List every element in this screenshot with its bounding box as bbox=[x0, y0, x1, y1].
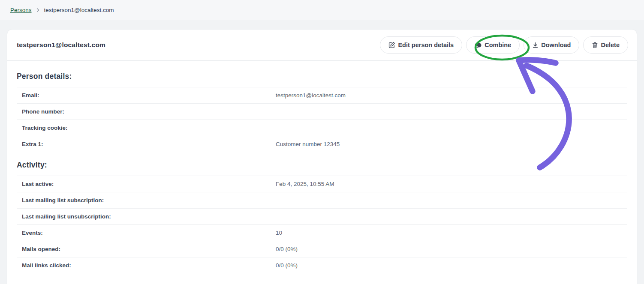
detail-row-label: Events: bbox=[22, 230, 276, 236]
detail-row-value: 0/0 (0%) bbox=[276, 246, 298, 252]
detail-row: Events: 10 bbox=[17, 224, 627, 241]
detail-row: Extra 1: Customer number 12345 bbox=[17, 136, 627, 152]
detail-row: Mails opened: 0/0 (0%) bbox=[17, 241, 627, 257]
delete-icon bbox=[592, 42, 598, 48]
detail-row-label: Extra 1: bbox=[22, 141, 276, 147]
detail-row-value: Customer number 12345 bbox=[276, 141, 340, 147]
detail-row-label: Tracking cookie: bbox=[22, 125, 276, 131]
breadcrumb-current: testperson1@localtest.com bbox=[44, 7, 114, 13]
detail-row: Last mailing list subscription: bbox=[17, 192, 627, 208]
button-label: Edit person details bbox=[398, 42, 454, 48]
detail-row-label: Mail links clicked: bbox=[22, 262, 276, 269]
chevron-right-icon bbox=[36, 8, 40, 12]
detail-row-label: Mails opened: bbox=[22, 246, 276, 252]
section-heading: Activity: bbox=[17, 161, 627, 170]
detail-row: Last active: Feb 4, 2025, 10:55 AM bbox=[17, 176, 627, 192]
combine-icon bbox=[475, 42, 482, 49]
detail-row-label: Phone number: bbox=[22, 108, 276, 115]
detail-row-value: testperson1@localtest.com bbox=[276, 92, 346, 99]
edit-person-details-button[interactable]: Edit person details bbox=[380, 36, 462, 54]
download-button[interactable]: Download bbox=[524, 36, 579, 54]
section-rows: Email: testperson1@localtest.com Phone n… bbox=[17, 87, 627, 152]
person-card-body: Person details: Email: testperson1@local… bbox=[7, 61, 637, 273]
detail-row-label: Email: bbox=[22, 92, 276, 99]
card-section: Activity: Last active: Feb 4, 2025, 10:5… bbox=[17, 161, 627, 273]
delete-button[interactable]: Delete bbox=[583, 36, 628, 54]
person-card-header: testperson1@localtest.com Edit person de… bbox=[7, 30, 637, 61]
detail-row-label: Last mailing list subscription: bbox=[22, 197, 276, 203]
combine-button[interactable]: Combine bbox=[466, 36, 520, 54]
button-label: Combine bbox=[485, 42, 511, 48]
section-heading: Person details: bbox=[17, 72, 627, 81]
header-actions: Edit person details Combine Download Del… bbox=[380, 36, 628, 54]
breadcrumb: Persons testperson1@localtest.com bbox=[0, 0, 644, 20]
person-card-title: testperson1@localtest.com bbox=[17, 41, 105, 49]
detail-row: Email: testperson1@localtest.com bbox=[17, 87, 627, 103]
person-card: testperson1@localtest.com Edit person de… bbox=[7, 29, 637, 284]
detail-row-label: Last mailing list unsubscription: bbox=[22, 213, 276, 220]
download-icon bbox=[532, 42, 539, 48]
detail-row-label: Last active: bbox=[22, 181, 276, 187]
button-label: Delete bbox=[601, 42, 620, 48]
breadcrumb-link-persons[interactable]: Persons bbox=[10, 7, 32, 13]
detail-row-value: 0/0 (0%) bbox=[276, 262, 298, 269]
detail-row-value: Feb 4, 2025, 10:55 AM bbox=[276, 181, 334, 187]
section-rows: Last active: Feb 4, 2025, 10:55 AM Last … bbox=[17, 176, 627, 273]
button-label: Download bbox=[541, 42, 571, 48]
detail-row-value: 10 bbox=[276, 230, 282, 236]
detail-row: Tracking cookie: bbox=[17, 120, 627, 136]
card-section: Person details: Email: testperson1@local… bbox=[17, 72, 627, 152]
detail-row: Last mailing list unsubscription: bbox=[17, 208, 627, 224]
edit-icon bbox=[388, 42, 395, 48]
detail-row: Phone number: bbox=[17, 103, 627, 120]
detail-row: Mail links clicked: 0/0 (0%) bbox=[17, 257, 627, 273]
